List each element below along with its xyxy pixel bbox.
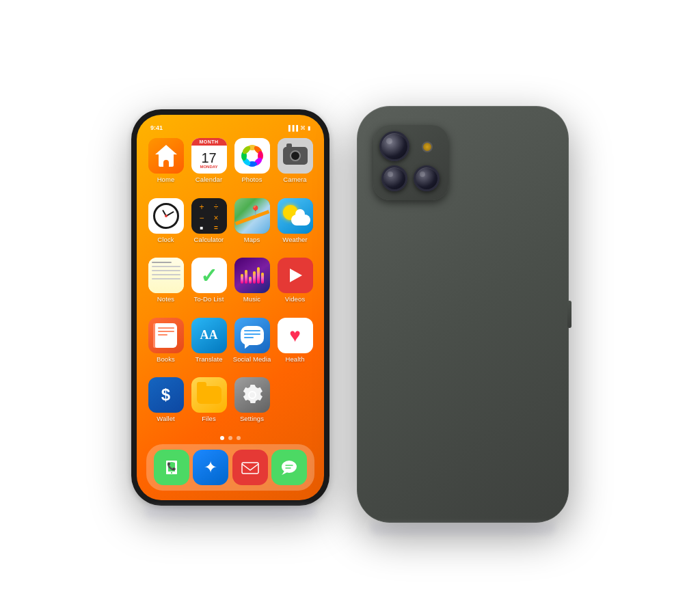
socialmedia-icon [234, 318, 270, 353]
dock-appstore-icon: ✦ [193, 450, 228, 485]
maps-icon: 📍 [234, 198, 270, 234]
clock-icon [148, 198, 184, 234]
app-weather[interactable]: Weather [274, 195, 316, 253]
svg-rect-10 [242, 463, 258, 474]
dock-phone-icon: 📞 [154, 450, 189, 485]
calendar-icon: MONTH 17 MONDAY [191, 138, 227, 174]
volume-button [567, 301, 571, 328]
music-label: Music [243, 295, 260, 303]
messages-svg [279, 457, 299, 478]
weather-icon [278, 198, 313, 234]
dock-messages-icon [271, 450, 307, 485]
app-home[interactable]: Home [145, 135, 187, 193]
page-dot-2 [228, 436, 232, 440]
camera-label: Camera [283, 176, 306, 183]
files-label: Files [202, 415, 216, 422]
health-label: Health [285, 355, 304, 363]
files-icon [191, 377, 227, 413]
checkmark-symbol: ✓ [200, 264, 217, 288]
app-notes[interactable]: Notes [145, 255, 187, 312]
app-calculator[interactable]: + ÷ − × ■ = Calculator [188, 195, 230, 253]
books-icon [148, 318, 184, 353]
phone-scene: 9:41 ▐▐▐ ⌘ ▮ [131, 92, 569, 523]
calculator-label: Calculator [194, 236, 224, 243]
app-todo[interactable]: ✓ To-Do List [188, 255, 230, 312]
health-icon: ♥ [278, 318, 313, 353]
weather-label: Weather [282, 236, 307, 243]
camera-module [373, 125, 448, 200]
camera-flash [422, 141, 433, 152]
camera-lens-telephoto [414, 165, 440, 191]
calculator-icon: + ÷ − × ■ = [191, 198, 227, 234]
page-dot-3 [237, 436, 241, 440]
app-books[interactable]: Books [145, 315, 187, 372]
page-dot-1 [220, 436, 224, 440]
status-time: 9:41 [150, 124, 163, 131]
svg-point-11 [282, 461, 297, 473]
translate-label: Translate [195, 355, 222, 363]
appstore-symbol: ✦ [204, 450, 217, 485]
app-socialmedia[interactable]: Social Media [231, 315, 273, 372]
wifi-icon: ⌘ [300, 125, 306, 131]
status-icons: ▐▐▐ ⌘ ▮ [286, 125, 310, 131]
gear-icon-svg [241, 383, 264, 407]
app-calendar[interactable]: MONTH 17 MONDAY Calendar [188, 135, 230, 193]
app-wallet[interactable]: $ Wallet [145, 374, 187, 432]
svg-text:📞: 📞 [167, 461, 176, 471]
dock-messages[interactable] [271, 450, 307, 485]
app-translate[interactable]: AA Translate [188, 315, 230, 372]
phone-screen: 9:41 ▐▐▐ ⌘ ▮ [137, 115, 324, 500]
app-grid: Home MONTH 17 MONDAY [142, 133, 319, 432]
calendar-label: Calendar [196, 176, 222, 183]
videos-label: Videos [285, 295, 305, 303]
page-dots [142, 432, 319, 443]
music-icon [234, 258, 270, 293]
dock-mail[interactable] [232, 450, 268, 485]
settings-icon [234, 377, 270, 413]
dollar-symbol: $ [161, 385, 170, 405]
home-label: Home [157, 176, 175, 183]
todo-icon: ✓ [191, 258, 227, 293]
app-maps[interactable]: 📍 Maps [231, 195, 273, 253]
calendar-weekday: MONDAY [200, 165, 217, 169]
notes-icon [148, 258, 184, 293]
battery-icon: ▮ [308, 125, 310, 131]
phone-front: 9:41 ▐▐▐ ⌘ ▮ [131, 109, 329, 506]
signal-icon: ▐▐▐ [286, 125, 298, 131]
photos-icon [234, 138, 270, 174]
maps-label: Maps [244, 236, 260, 243]
app-videos[interactable]: Videos [274, 255, 316, 312]
home-icon [148, 138, 184, 174]
app-settings[interactable]: Settings [231, 374, 273, 432]
translate-icon: AA [191, 318, 227, 353]
wallet-label: Wallet [157, 415, 175, 422]
app-health[interactable]: ♥ Health [274, 315, 316, 372]
status-bar: 9:41 ▐▐▐ ⌘ ▮ [142, 123, 319, 133]
socialmedia-label: Social Media [233, 355, 271, 363]
camera-lens-ultrawide [381, 165, 407, 191]
app-clock[interactable]: Clock [145, 195, 187, 253]
camera-icon [278, 138, 313, 174]
app-files[interactable]: Files [188, 374, 230, 432]
dock-mail-icon [232, 450, 268, 485]
videos-icon [278, 258, 313, 293]
books-label: Books [157, 355, 175, 363]
clock-label: Clock [157, 236, 174, 243]
heart-symbol: ♥ [289, 326, 301, 345]
mail-svg [240, 457, 260, 478]
notes-label: Notes [157, 295, 174, 303]
calendar-month: MONTH [191, 138, 227, 146]
app-dock: 📞 ✦ [146, 444, 314, 491]
settings-label: Settings [240, 415, 264, 422]
camera-lens-main [379, 131, 409, 161]
dock-appstore[interactable]: ✦ [193, 450, 228, 485]
svg-point-8 [249, 152, 256, 159]
play-triangle [290, 269, 302, 282]
app-camera[interactable]: Camera [274, 135, 316, 193]
translate-symbol: AA [200, 328, 218, 342]
app-photos[interactable]: Photos [231, 135, 273, 193]
photos-label: Photos [241, 176, 262, 183]
calendar-day: 17 [201, 151, 216, 165]
dock-phone[interactable]: 📞 [154, 450, 189, 485]
app-music[interactable]: Music [231, 255, 273, 312]
